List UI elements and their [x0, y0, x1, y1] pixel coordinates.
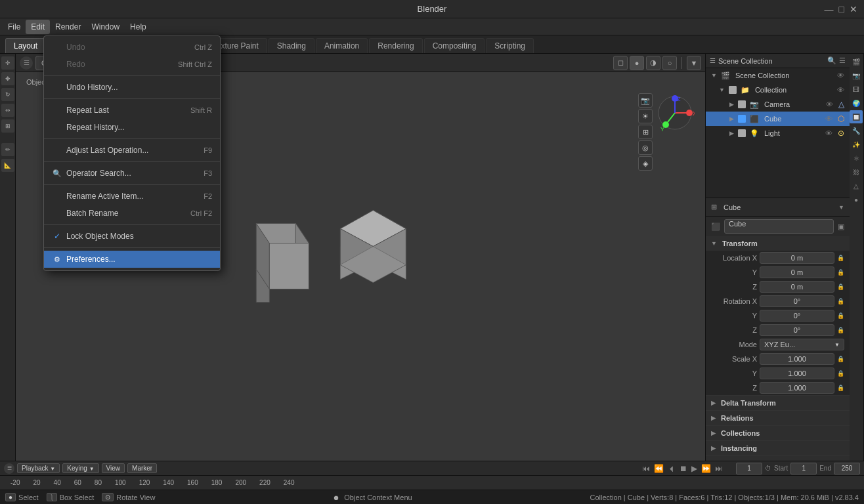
minimize-button[interactable]: — — [825, 4, 834, 14]
menu-preferences[interactable]: ⚙ Preferences... — [44, 251, 220, 268]
last-frame-btn[interactable]: ⏭ — [715, 464, 723, 473]
camera-icon[interactable]: 📷 — [638, 93, 653, 108]
viewport-gizmo[interactable]: X Y Z — [655, 93, 695, 133]
instancing-header[interactable]: ▶ Instancing — [706, 441, 850, 455]
render-btn[interactable]: ○ — [662, 56, 677, 70]
solid-btn[interactable]: ● — [630, 56, 644, 70]
start-frame[interactable]: 1 — [790, 463, 817, 474]
menu-lock-object-modes[interactable]: ✓ Lock Object Modes — [44, 228, 220, 245]
menu-operator-search[interactable]: 🔍 Operator Search... F3 — [44, 165, 220, 182]
menu-batch-rename[interactable]: Batch Rename Ctrl F2 — [44, 205, 220, 222]
prop-tab-constraints[interactable]: ⛓ — [850, 165, 863, 178]
outliner-cube[interactable]: ▶ ⬛ Cube 👁 ⬡ — [706, 112, 850, 126]
outliner-search-icon[interactable]: 🔍 — [827, 56, 836, 65]
rot-lock-y-icon[interactable]: 🔒 — [837, 312, 844, 319]
rotation-y-value[interactable]: 0° — [760, 310, 834, 322]
rotation-x-value[interactable]: 0° — [760, 295, 834, 307]
tool-move[interactable]: ✥ — [1, 72, 14, 85]
tool-transform[interactable]: ⊞ — [1, 119, 14, 133]
outliner-collection[interactable]: ▼ 📁 Collection 👁 — [706, 83, 850, 97]
play-back-btn[interactable]: ⏴ — [668, 464, 676, 473]
menu-help[interactable]: Help — [125, 20, 152, 34]
prop-tab-particles[interactable]: ✨ — [850, 138, 863, 151]
prop-tab-material[interactable]: ● — [850, 193, 863, 206]
menu-undo[interactable]: Undo Ctrl Z — [44, 39, 220, 56]
prop-tab-modifier[interactable]: 🔧 — [850, 124, 863, 137]
location-x-value[interactable]: 0 m — [760, 252, 834, 264]
location-y-value[interactable]: 0 m — [760, 266, 834, 278]
motion-paths-header[interactable]: ▶ Motion Paths — [706, 456, 850, 461]
tool-measure[interactable]: 📐 — [1, 159, 14, 172]
transform-header[interactable]: ▼ Transform — [706, 236, 850, 251]
rotation-z-value[interactable]: 0° — [760, 324, 834, 336]
tab-rendering[interactable]: Rendering — [369, 38, 422, 53]
menu-undo-history[interactable]: Undo History... — [44, 79, 220, 96]
prop-tab-data[interactable]: △ — [850, 179, 863, 192]
outliner-camera[interactable]: ▶ 📷 Camera 👁 △ — [706, 97, 850, 112]
scale-lock-x[interactable]: 🔒 — [837, 356, 844, 362]
close-button[interactable]: ✕ — [850, 4, 857, 14]
outliner-scene-collection[interactable]: ▼ 🎬 Scene Collection 👁 — [706, 68, 850, 83]
light-eye[interactable]: 👁 — [825, 129, 832, 137]
sun-icon[interactable]: ☀ — [638, 109, 653, 123]
tab-animation[interactable]: Animation — [316, 38, 368, 53]
menu-adjust-last[interactable]: Adjust Last Operation... F9 — [44, 142, 220, 159]
delta-transform-header[interactable]: ▶ Delta Transform — [706, 396, 850, 410]
prop-tab-world[interactable]: 🌍 — [850, 96, 863, 110]
scale-lock-z[interactable]: 🔒 — [837, 385, 844, 391]
scale-x-value[interactable]: 1.000 — [760, 353, 834, 365]
keying-btn[interactable]: Keying ▼ — [62, 463, 98, 473]
end-frame[interactable]: 250 — [834, 463, 860, 474]
relations-header[interactable]: ▶ Relations — [706, 411, 850, 425]
tool-annotate[interactable]: ✏ — [1, 143, 14, 156]
scale-y-value[interactable]: 1.000 — [760, 368, 834, 379]
cam-eye[interactable]: 👁 — [826, 100, 833, 108]
wireframe-btn[interactable]: ◻ — [613, 56, 628, 70]
menu-window[interactable]: Window — [86, 20, 125, 34]
collections-header[interactable]: ▶ Collections — [706, 426, 850, 440]
tab-scripting[interactable]: Scripting — [486, 38, 534, 53]
shading-options-btn[interactable]: ▼ — [687, 56, 701, 70]
prop-tab-physics[interactable]: ⚛ — [850, 152, 863, 165]
stop-btn[interactable]: ⏹ — [680, 464, 687, 473]
lock-z-icon[interactable]: 🔒 — [837, 284, 844, 290]
sc-eye[interactable]: 👁 — [837, 72, 844, 79]
rot-lock-z-icon[interactable]: 🔒 — [837, 327, 844, 333]
scale-z-value[interactable]: 1.000 — [760, 382, 834, 394]
menu-rename-active[interactable]: Rename Active Item... F2 — [44, 188, 220, 205]
timeline-menu-icon[interactable]: ☰ — [4, 463, 14, 474]
view-btn[interactable]: View — [102, 463, 125, 473]
grid-icon[interactable]: ⊞ — [638, 125, 653, 139]
menu-render[interactable]: Render — [50, 20, 86, 34]
menu-edit[interactable]: Edit — [26, 20, 50, 34]
menu-redo[interactable]: Redo Shift Ctrl Z — [44, 56, 220, 73]
col-eye[interactable]: 👁 — [837, 86, 844, 94]
first-frame-btn[interactable]: ⏮ — [642, 464, 650, 473]
playback-btn[interactable]: Playback ▼ — [17, 463, 60, 473]
rot-lock-x-icon[interactable]: 🔒 — [837, 298, 844, 304]
cube-eye[interactable]: 👁 — [825, 115, 832, 123]
menu-repeat-history[interactable]: Repeat History... — [44, 119, 220, 136]
material-btn[interactable]: ◑ — [646, 56, 660, 70]
tab-layout[interactable]: Layout — [5, 38, 46, 53]
outliner-light[interactable]: ▶ 💡 Light 👁 ⊙ — [706, 126, 850, 140]
tool-rotate[interactable]: ↻ — [1, 88, 14, 101]
location-z-value[interactable]: 0 m — [760, 281, 834, 293]
prop-tab-renderlayer[interactable]: 📷 — [850, 69, 863, 82]
menu-repeat-last[interactable]: Repeat Last Shift R — [44, 102, 220, 119]
tab-compositing[interactable]: Compositing — [424, 38, 485, 53]
prop-tab-scene2[interactable]: 🎞 — [850, 83, 863, 96]
maximize-button[interactable]: □ — [839, 4, 844, 14]
obj-fake-user[interactable]: ▣ — [838, 222, 844, 231]
prev-frame-btn[interactable]: ⏪ — [654, 464, 664, 473]
next-frame-btn[interactable]: ⏩ — [701, 464, 711, 473]
tab-shading[interactable]: Shading — [269, 38, 314, 53]
menu-file[interactable]: File — [3, 20, 26, 34]
lock-y-icon[interactable]: 🔒 — [837, 269, 844, 276]
tool-cursor[interactable]: ✛ — [1, 56, 14, 70]
viewport-menu-icon[interactable]: ☰ — [20, 56, 33, 70]
scale-lock-y[interactable]: 🔒 — [837, 370, 844, 377]
current-frame[interactable]: 1 — [736, 463, 762, 474]
overlay-icon[interactable]: ◎ — [638, 140, 653, 155]
marker-btn[interactable]: Marker — [127, 463, 157, 473]
